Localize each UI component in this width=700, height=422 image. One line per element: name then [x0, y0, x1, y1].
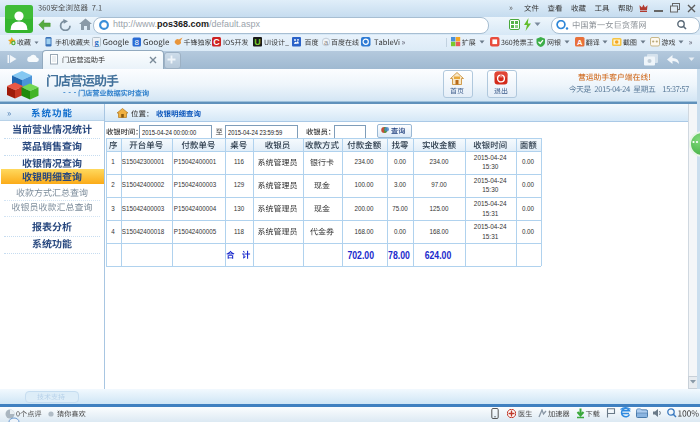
svg-text:8: 8 — [134, 38, 139, 47]
svg-text:U: U — [254, 37, 261, 47]
svg-text:C: C — [213, 37, 220, 47]
svg-text:A: A — [577, 38, 583, 47]
